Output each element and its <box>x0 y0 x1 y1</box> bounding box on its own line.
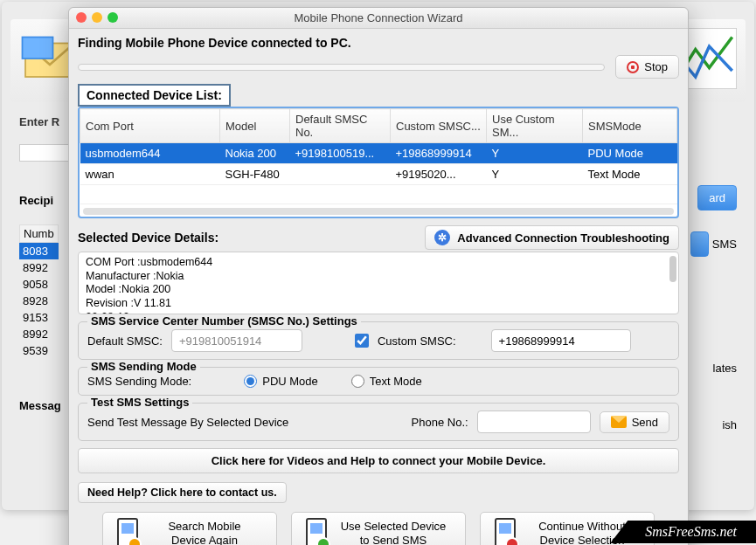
custom-smsc-label: Custom SMSC: <box>378 335 456 348</box>
sending-mode-group: SMS Sending Mode SMS Sending Mode: PDU M… <box>78 367 679 396</box>
bg-sms-label: SMS <box>712 238 737 251</box>
phone-no-label: Phone No.: <box>412 416 468 429</box>
cell-use: Y <box>487 164 583 185</box>
phone-icon <box>306 518 327 545</box>
cell-comport: wwan <box>80 164 220 185</box>
cell-default <box>290 164 391 185</box>
device-table[interactable]: Com Port Model Default SMSC No. Custom S… <box>78 107 679 218</box>
send-label: Send <box>632 416 658 429</box>
cell-use: Y <box>487 143 583 164</box>
detail-line: COM Port :usbmodem644 <box>86 256 671 270</box>
sending-mode-label: SMS Sending Mode: <box>87 375 191 388</box>
search-again-label: Search MobileDevice Again <box>147 520 262 545</box>
help-videos-button[interactable]: Click here for Videos and Help to connec… <box>78 448 679 473</box>
bg-number-row[interactable]: 8928 <box>19 293 59 309</box>
bg-lates-label: lates <box>690 362 737 375</box>
search-again-button[interactable]: Search MobileDevice Again <box>102 512 277 545</box>
bg-number-row[interactable]: 9539 <box>19 342 59 359</box>
bg-numbers-header: Numb <box>19 224 59 243</box>
bg-right-stubs: ard SMS lates ish <box>690 185 737 452</box>
selected-device-details-label: Selected Device Details: <box>78 231 218 245</box>
table-header-row: Com Port Model Default SMSC No. Custom S… <box>80 109 677 143</box>
detail-line: Model :Nokia 200 <box>86 283 671 297</box>
bg-sms-tag <box>690 231 710 257</box>
window-controls <box>76 12 118 23</box>
text-radio-input[interactable] <box>351 375 364 388</box>
x-badge-icon <box>505 537 519 545</box>
vertical-scrollbar[interactable] <box>669 256 676 282</box>
adv-btn-label: Advanced Connection Troubleshooting <box>457 231 669 245</box>
search-badge-icon <box>128 537 142 545</box>
sending-legend: SMS Sending Mode <box>87 360 200 373</box>
bg-number-row[interactable]: 9153 <box>19 309 59 326</box>
col-comport[interactable]: Com Port <box>80 109 220 143</box>
text-mode-radio[interactable]: Text Mode <box>351 375 422 388</box>
test-msg-label: Send Test Message By Selected Device <box>87 416 288 429</box>
default-smsc-label: Default SMSC: <box>87 335 163 348</box>
connected-device-list-label: Connected Device List: <box>78 84 231 107</box>
col-use-custom[interactable]: Use Custom SM... <box>487 109 583 143</box>
progress-bar <box>78 64 605 71</box>
table-row[interactable]: wwan SGH-F480 +9195020... Y Text Mode <box>80 164 677 185</box>
cell-custom: +19868999914 <box>391 143 487 164</box>
use-device-button[interactable]: Use Selected Deviceto Send SMS <box>291 512 466 545</box>
col-custom-smsc[interactable]: Custom SMSC... <box>391 109 487 143</box>
connection-wizard-modal: Mobile Phone Connection Wizard Finding M… <box>68 7 689 545</box>
advanced-troubleshooting-button[interactable]: ✲ Advanced Connection Troubleshooting <box>425 225 679 250</box>
cell-model: SGH-F480 <box>220 164 290 185</box>
cell-comport: usbmodem644 <box>80 143 220 164</box>
detail-line: Manufacturer :Nokia <box>86 270 671 284</box>
smsc-settings-group: SMS Service Center Number (SMSC No.) Set… <box>78 321 679 360</box>
col-model[interactable]: Model <box>220 109 290 143</box>
device-details-textarea[interactable]: COM Port :usbmodem644 Manufacturer :Noki… <box>78 252 679 314</box>
default-smsc-input[interactable] <box>171 329 302 352</box>
bg-enter-label: Enter R <box>19 115 72 128</box>
zoom-icon[interactable] <box>108 12 118 23</box>
cell-mode: Text Mode <box>583 164 677 185</box>
stop-label: Stop <box>644 60 668 73</box>
phone-no-input[interactable] <box>477 410 591 433</box>
test-sms-group: Test SMS Settings Send Test Message By S… <box>78 403 679 441</box>
use-device-label: Use Selected Deviceto Send SMS <box>336 520 451 545</box>
stop-icon <box>627 61 639 73</box>
bg-left-labels: Enter R <box>19 115 72 162</box>
text-label: Text Mode <box>370 375 422 388</box>
table-row[interactable]: usbmodem644 Nokia 200 +9198100519... +19… <box>80 143 677 164</box>
phone-icon <box>117 518 138 545</box>
pdu-mode-radio[interactable]: PDU Mode <box>244 375 318 388</box>
window-title: Mobile Phone Connection Wizard <box>295 11 463 24</box>
bg-ish-label: ish <box>690 418 737 431</box>
close-icon[interactable] <box>76 12 87 23</box>
check-badge-icon <box>316 537 330 545</box>
bg-number-row[interactable]: 8992 <box>19 259 59 276</box>
mail-icon <box>611 416 627 428</box>
custom-smsc-input[interactable] <box>491 329 631 352</box>
bg-numbers-list: Numb 8083 8992 9058 8928 9153 8992 9539 <box>19 224 59 359</box>
col-default-smsc[interactable]: Default SMSC No. <box>290 109 391 143</box>
pdu-label: PDU Mode <box>262 375 318 388</box>
smsc-legend: SMS Service Center Number (SMSC No.) Set… <box>87 314 361 328</box>
test-legend: Test SMS Settings <box>87 396 192 409</box>
table-row[interactable] <box>80 185 677 204</box>
horizontal-scrollbar[interactable] <box>83 208 674 215</box>
col-smsmode[interactable]: SMSMode <box>583 109 677 143</box>
titlebar: Mobile Phone Connection Wizard <box>69 8 688 29</box>
stop-button[interactable]: Stop <box>615 55 679 79</box>
svg-rect-1 <box>23 38 53 59</box>
pdu-radio-input[interactable] <box>244 375 257 388</box>
bg-number-row[interactable]: 9058 <box>19 276 59 293</box>
cell-custom: +9195020... <box>391 164 487 185</box>
site-ribbon: SmsFreeSms.net <box>610 521 756 543</box>
minimize-icon[interactable] <box>92 12 102 23</box>
bg-number-row[interactable]: 8992 <box>19 326 59 342</box>
custom-smsc-checkbox[interactable] <box>355 334 369 348</box>
bg-ard-button[interactable]: ard <box>697 185 737 210</box>
bg-number-row[interactable]: 8083 <box>19 243 59 259</box>
send-button[interactable]: Send <box>600 411 669 433</box>
finding-title: Finding Mobile Phone Device connected to… <box>78 36 351 50</box>
cell-default: +9198100519... <box>290 143 391 164</box>
phone-icon <box>495 518 516 545</box>
contact-us-button[interactable]: Need Help? Click here to contact us. <box>78 482 287 503</box>
bg-input-stub[interactable] <box>19 144 72 162</box>
cell-model: Nokia 200 <box>220 143 290 164</box>
